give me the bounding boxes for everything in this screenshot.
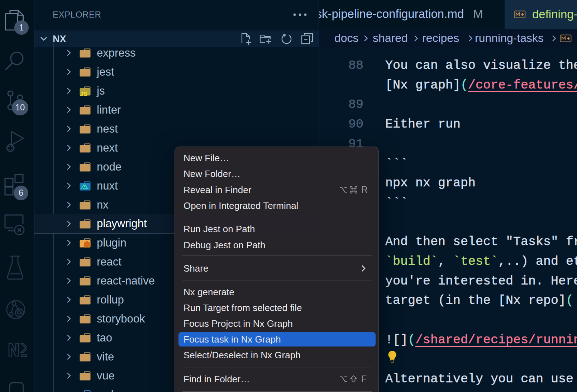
svg-text:JS: JS <box>80 91 87 97</box>
